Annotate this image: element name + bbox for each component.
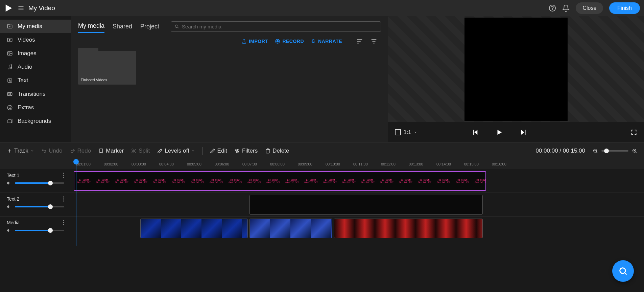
sidebar-item-audio[interactable]: Audio <box>0 60 71 74</box>
track-name: Media <box>7 220 20 225</box>
preview-area <box>388 16 644 122</box>
ruler-label: 00:16:00 <box>492 162 520 166</box>
folder-item[interactable]: Finished Videos <box>78 51 136 85</box>
clip-text1[interactable]: DJ SCRUMON-LIVE SETDJ SCRUMON-LIVE SETDJ… <box>74 171 486 191</box>
volume-icon[interactable] <box>7 228 11 233</box>
svg-point-9 <box>9 52 9 53</box>
sort-asc-icon[interactable] <box>356 38 363 45</box>
sidebar-item-extras[interactable]: Extras <box>0 101 71 114</box>
volume-slider[interactable] <box>15 206 64 207</box>
skip-next-icon[interactable] <box>520 129 527 136</box>
sidebar-item-images[interactable]: Images <box>0 47 71 60</box>
svg-line-42 <box>636 152 637 153</box>
svg-point-16 <box>10 107 11 107</box>
sidebar-item-transitions[interactable]: Transitions <box>0 87 71 101</box>
trash-icon <box>265 148 270 154</box>
zoom-in-icon[interactable] <box>632 148 637 154</box>
more-icon[interactable] <box>63 173 64 178</box>
more-icon[interactable] <box>63 196 64 202</box>
volume-slider[interactable] <box>15 182 64 184</box>
aspect-ratio-button[interactable]: 1:1 <box>395 129 417 135</box>
image-icon <box>7 50 13 57</box>
logo-icon[interactable] <box>4 3 14 13</box>
zoom-slider[interactable] <box>601 150 628 152</box>
marker-button[interactable]: Marker <box>98 148 124 154</box>
sidebar-label: Transitions <box>18 91 46 97</box>
sidebar-item-my-media[interactable]: My media <box>0 20 71 33</box>
fullscreen-icon[interactable] <box>630 129 637 136</box>
svg-line-19 <box>177 27 178 28</box>
edit-button[interactable]: Edit <box>210 148 227 154</box>
split-button[interactable]: Split <box>131 148 150 154</box>
play-square-icon <box>7 37 13 43</box>
help-icon[interactable] <box>549 4 556 12</box>
svg-rect-17 <box>8 120 11 123</box>
search-box[interactable] <box>171 21 381 32</box>
ruler-label: 00:07:00 <box>242 162 270 166</box>
redo-button[interactable]: Redo <box>70 148 91 154</box>
more-icon[interactable] <box>63 220 64 225</box>
clip-text2[interactable]: — — —— — —— — —— — —— — —— — —— — —— — —… <box>249 195 483 215</box>
chat-fab[interactable] <box>612 260 634 282</box>
timeline-toolbar: Track Undo Redo Marker Split Levels off … <box>0 142 644 159</box>
track-name: Text 1 <box>7 173 19 178</box>
upload-icon <box>241 39 247 44</box>
ruler-label: 00:15:00 <box>464 162 492 166</box>
svg-point-21 <box>277 40 279 42</box>
add-track-button[interactable]: Track <box>7 148 34 154</box>
zoom-out-icon[interactable] <box>593 148 598 154</box>
divider <box>202 147 202 155</box>
finish-button[interactable]: Finish <box>609 2 640 14</box>
sidebar-item-text[interactable]: Text <box>0 74 71 87</box>
tab-project[interactable]: Project <box>140 20 159 33</box>
clip-media-3[interactable] <box>334 219 483 238</box>
scissors-icon <box>131 148 137 154</box>
ruler-label: 00:12:00 <box>381 162 409 166</box>
skip-prev-icon[interactable] <box>471 129 479 136</box>
ruler-label: 00:09:00 <box>298 162 326 166</box>
svg-line-55 <box>625 273 627 275</box>
levels-button[interactable]: Levels off <box>157 148 194 154</box>
filters-button[interactable]: Filters <box>235 148 258 154</box>
folder-label: Finished Videos <box>81 78 107 82</box>
media-panel: My media Shared Project IMPORT RECORD NA… <box>71 16 388 142</box>
import-button[interactable]: IMPORT <box>241 39 268 44</box>
play-icon[interactable] <box>496 129 503 136</box>
sidebar-label: My media <box>18 23 43 30</box>
layers-icon <box>7 118 13 124</box>
folder-plus-icon <box>7 23 13 29</box>
timeline-ruler[interactable]: 00:01:0000:02:0000:03:0000:04:0000:05:00… <box>0 159 644 169</box>
volume-icon[interactable] <box>7 181 11 185</box>
close-button[interactable]: Close <box>576 2 603 14</box>
undo-icon <box>41 148 47 154</box>
track-head: Text 1 <box>0 169 71 193</box>
svg-point-46 <box>63 175 64 176</box>
playhead[interactable] <box>76 159 79 246</box>
svg-point-49 <box>63 199 64 200</box>
tab-shared[interactable]: Shared <box>113 20 132 33</box>
aspect-label: 1:1 <box>404 129 411 135</box>
hamburger-icon[interactable] <box>18 5 24 12</box>
timecode: 00:00:00 / 00:15:00 <box>535 148 585 154</box>
sidebar-item-backgrounds[interactable]: Backgrounds <box>0 114 71 128</box>
transition-icon <box>7 91 13 97</box>
sidebar-item-videos[interactable]: Videos <box>0 33 71 47</box>
search-input[interactable] <box>182 24 377 29</box>
clip-media-1[interactable] <box>140 219 248 238</box>
undo-button[interactable]: Undo <box>41 148 63 154</box>
tab-my-media[interactable]: My media <box>78 20 104 33</box>
svg-point-15 <box>9 107 9 107</box>
svg-point-10 <box>8 68 9 69</box>
filter-icon[interactable] <box>370 38 378 45</box>
volume-icon[interactable] <box>7 204 11 209</box>
narrate-button[interactable]: NARRATE <box>311 39 342 44</box>
record-icon <box>275 39 280 44</box>
volume-slider[interactable] <box>15 230 64 231</box>
track-head: Media <box>0 217 71 240</box>
clip-media-2[interactable] <box>249 219 332 238</box>
track-row-text2: Text 2 — — —— — —— — —— — —— — —— — —— —… <box>0 193 644 217</box>
bell-icon[interactable] <box>562 4 570 12</box>
delete-button[interactable]: Delete <box>265 148 289 154</box>
music-note-icon <box>7 64 13 70</box>
record-button[interactable]: RECORD <box>275 39 304 44</box>
